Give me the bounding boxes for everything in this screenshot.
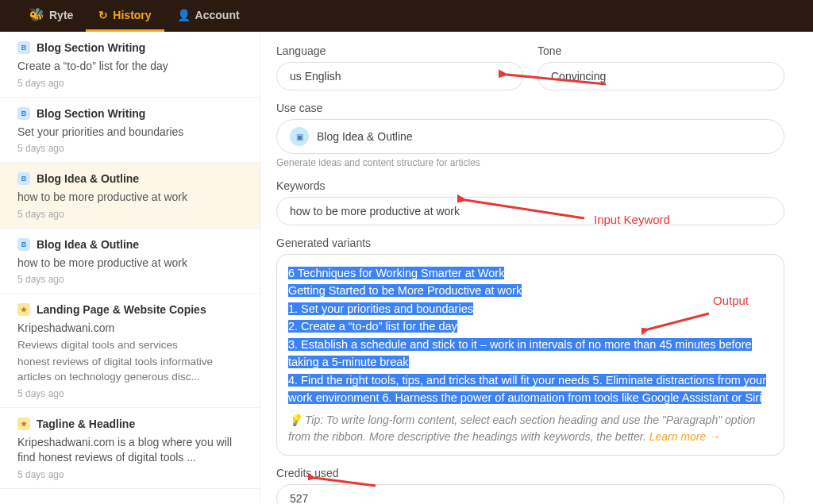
- history-time: 5 days ago: [17, 388, 242, 399]
- history-type-icon: B: [17, 107, 30, 120]
- history-type-icon: ★: [17, 417, 30, 430]
- brand-icon: 🐝: [29, 7, 44, 22]
- variants-tip: 💡 Tip: To write long-form content, selec…: [288, 412, 773, 445]
- language-label: Language: [276, 44, 523, 57]
- history-type-icon: B: [17, 172, 30, 185]
- tone-label: Tone: [538, 44, 784, 57]
- history-label: History: [113, 9, 151, 21]
- history-type-icon: ★: [17, 303, 30, 316]
- keywords-label: Keywords: [276, 179, 784, 192]
- history-time: 5 days ago: [17, 78, 242, 89]
- history-type-label: Blog Section Writing: [37, 107, 145, 120]
- keywords-input[interactable]: how to be more productive at work: [276, 197, 784, 225]
- history-time: 5 days ago: [17, 469, 242, 480]
- history-time: 5 days ago: [17, 143, 242, 154]
- nav-brand[interactable]: 🐝 Ryte: [16, 0, 86, 32]
- nav-tab-account[interactable]: 👤 Account: [164, 0, 252, 32]
- usecase-select[interactable]: ▣ Blog Idea & Outline: [276, 119, 784, 154]
- history-item[interactable]: BBlog Section WritingCreate a “to-do” li…: [0, 32, 260, 98]
- history-time: 5 days ago: [17, 274, 242, 285]
- variant-line[interactable]: Getting Started to be More Productive at…: [288, 282, 773, 299]
- language-select[interactable]: us English: [276, 62, 523, 90]
- history-type-label: Blog Idea & Outline: [37, 238, 139, 251]
- history-desc: Set your priorities and boundaries: [17, 125, 242, 140]
- history-desc: Kripeshadwani.com is a blog where you wi…: [17, 435, 242, 466]
- account-icon: 👤: [177, 9, 191, 21]
- history-type-label: Blog Idea & Outline: [37, 172, 139, 185]
- history-desc: Kripeshadwani.com: [17, 321, 242, 337]
- history-item[interactable]: BBlog Idea & Outlinehow to be more produ…: [0, 229, 260, 294]
- history-item[interactable]: BBlog Section WritingSet your priorities…: [0, 98, 260, 164]
- top-navbar: 🐝 Ryte ↻ History 👤 Account: [0, 0, 813, 32]
- credits-label: Credits used: [276, 467, 784, 479]
- account-label: Account: [195, 9, 240, 21]
- brand-label: Ryte: [49, 9, 73, 21]
- history-type-label: Tagline & Headline: [37, 417, 135, 430]
- history-desc: Create a “to-do” list for the day: [17, 59, 242, 75]
- usecase-label: Use case: [276, 102, 784, 114]
- variants-label: Generated variants: [276, 237, 784, 249]
- variant-line[interactable]: 6 Techniques for Working Smarter at Work: [288, 264, 773, 282]
- nav-tab-history[interactable]: ↻ History: [86, 0, 164, 32]
- history-type-icon: B: [17, 238, 30, 251]
- usecase-icon: ▣: [290, 127, 309, 146]
- usecase-helper: Generate ideas and content structure for…: [276, 157, 784, 168]
- history-desc: how to be more productive at work: [17, 256, 242, 271]
- history-type-icon: B: [17, 41, 30, 54]
- learn-more-link[interactable]: Learn more →: [649, 430, 720, 443]
- tone-select[interactable]: Convincing: [538, 62, 784, 90]
- history-sub2: honest reviews of digital tools informat…: [17, 355, 242, 385]
- history-item[interactable]: ★Landing Page & Website CopiesKripeshadw…: [0, 294, 260, 407]
- variant-line[interactable]: 2. Create a “to-do” list for the day: [288, 317, 773, 335]
- history-time: 5 days ago: [17, 209, 242, 220]
- main-panel: Language us English Tone Convincing Use …: [260, 32, 813, 504]
- generated-variants-box[interactable]: 6 Techniques for Working Smarter at Work…: [276, 254, 784, 456]
- history-sidebar: BBlog Section WritingCreate a “to-do” li…: [0, 32, 260, 504]
- variant-line[interactable]: 1. Set your priorities and boundaries: [288, 300, 773, 317]
- history-item[interactable]: BBlog Idea & Outlinehow to be more produ…: [0, 163, 260, 229]
- history-type-label: Landing Page & Website Copies: [37, 303, 206, 316]
- history-sub: Reviews digital tools and services: [17, 338, 242, 353]
- credits-used-field: 527: [276, 484, 784, 504]
- history-icon: ↻: [98, 9, 108, 21]
- variant-line[interactable]: 3. Establish a schedule and stick to it …: [288, 336, 773, 371]
- history-item[interactable]: ★Tagline & HeadlineKripeshadwani.com is …: [0, 408, 260, 489]
- history-desc: how to be more productive at work: [17, 190, 242, 206]
- variant-line[interactable]: 4. Find the right tools, tips, and trick…: [288, 371, 773, 407]
- history-type-label: Blog Section Writing: [37, 41, 145, 54]
